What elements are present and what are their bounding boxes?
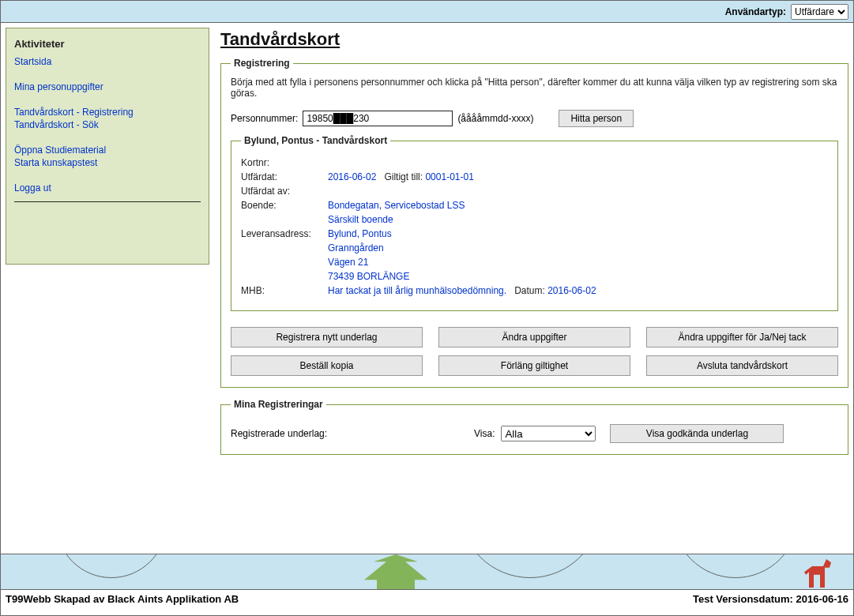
tandvardskort-fieldset: Bylund, Pontus - Tandvårdskort Kortnr: U… — [231, 135, 838, 311]
utfardat-value: 2016-06-02 — [328, 171, 376, 182]
footer-bar: T99Webb Skapad av Black Aints Applikatio… — [1, 590, 853, 608]
footer-left: T99Webb Skapad av Black Aints Applikatio… — [6, 593, 239, 605]
sidebar-item-registrering[interactable]: Tandvårdskort - Registrering — [14, 107, 201, 118]
user-type-select[interactable]: Utfärdare — [791, 4, 848, 20]
andra-janejtack-button[interactable]: Ändra uppgifter för Ja/Nej tack — [646, 327, 838, 347]
personnummer-label: Personnummer: — [231, 113, 298, 124]
mhb-datum-value: 2016-06-02 — [547, 285, 596, 296]
utfardat-label: Utfärdat: — [241, 171, 328, 182]
mhb-label: MHB: — [241, 285, 328, 296]
mhb-text: Har tackat ja till årlig munhälsobedömni… — [328, 285, 506, 296]
footer-decor — [1, 554, 853, 590]
registrering-legend: Registrering — [231, 58, 293, 69]
visa-label: Visa: — [474, 428, 495, 439]
visa-godkanda-button[interactable]: Visa godkända underlag — [610, 424, 784, 443]
tree-icon — [364, 554, 427, 590]
sidebar-item-studiematerial[interactable]: Öppna Studiematerial — [14, 145, 201, 156]
registrering-fieldset: Registrering Börja med att fylla i perso… — [220, 58, 848, 388]
leverans-line4: 73439 BORLÄNGE — [328, 271, 409, 282]
boende-label: Boende: — [241, 200, 328, 211]
page-title: Tandvårdskort — [220, 29, 848, 50]
sidebar-title: Aktiviteter — [14, 38, 201, 50]
sidebar-item-sok[interactable]: Tandvårdskort - Sök — [14, 119, 201, 130]
registrerade-underlag-label: Registrerade underlag: — [231, 428, 468, 439]
visa-select[interactable]: Alla — [501, 426, 596, 441]
personnummer-input[interactable] — [303, 111, 453, 126]
leverans-line2: Granngården — [328, 242, 384, 254]
topbar: Användartyp: Utfärdare — [1, 1, 853, 23]
andra-uppgifter-button[interactable]: Ändra uppgifter — [438, 327, 630, 347]
footer-right: Test Versionsdatum: 2016-06-16 — [693, 593, 848, 605]
dala-horse-icon — [804, 559, 836, 588]
sidebar-item-loggaut[interactable]: Logga ut — [14, 182, 201, 193]
mhb-datum-label: Datum: — [514, 285, 545, 296]
utfardat-av-label: Utfärdat av: — [241, 186, 328, 197]
sidebar-item-personuppgifter[interactable]: Mina personuppgifter — [14, 81, 201, 92]
forlang-giltighet-button[interactable]: Förläng giltighet — [438, 355, 630, 376]
tandvardskort-legend: Bylund, Pontus - Tandvårdskort — [241, 135, 390, 146]
leverans-line1: Bylund, Pontus — [328, 228, 392, 239]
boende-value2: Särskilt boende — [328, 214, 393, 225]
sidebar-divider — [14, 201, 201, 202]
giltigt-label: Giltigt till: — [384, 171, 423, 182]
boende-value1: Bondegatan, Servicebostad LSS — [328, 200, 465, 211]
mina-registreringar-fieldset: Mina Registreringar Registrerade underla… — [220, 399, 848, 455]
hitta-person-button[interactable]: Hitta person — [559, 110, 634, 127]
registrering-instruction: Börja med att fylla i personens personnu… — [231, 77, 838, 99]
leverans-line3: Vägen 21 — [328, 257, 368, 268]
personnummer-hint: (ååååmmdd-xxxx) — [457, 113, 533, 124]
avsluta-tandvardskort-button[interactable]: Avsluta tandvårdskort — [646, 355, 838, 376]
giltigt-value: 0001-01-01 — [425, 171, 473, 182]
bestall-kopia-button[interactable]: Beställ kopia — [231, 355, 423, 376]
mina-legend: Mina Registreringar — [231, 399, 326, 410]
main-area: Tandvårdskort Registrering Börja med att… — [220, 28, 848, 549]
leverans-label: Leveransadress: — [241, 228, 328, 239]
sidebar-item-kunskapstest[interactable]: Starta kunskapstest — [14, 157, 201, 168]
sidebar-item-startsida[interactable]: Startsida — [14, 56, 201, 67]
registrera-nytt-underlag-button[interactable]: Registrera nytt underlag — [231, 327, 423, 347]
kortnr-label: Kortnr: — [241, 157, 328, 168]
sidebar: Aktiviteter Startsida Mina personuppgift… — [6, 28, 209, 265]
user-type-label: Användartyp: — [725, 6, 786, 17]
content-area: Aktiviteter Startsida Mina personuppgift… — [1, 23, 853, 554]
